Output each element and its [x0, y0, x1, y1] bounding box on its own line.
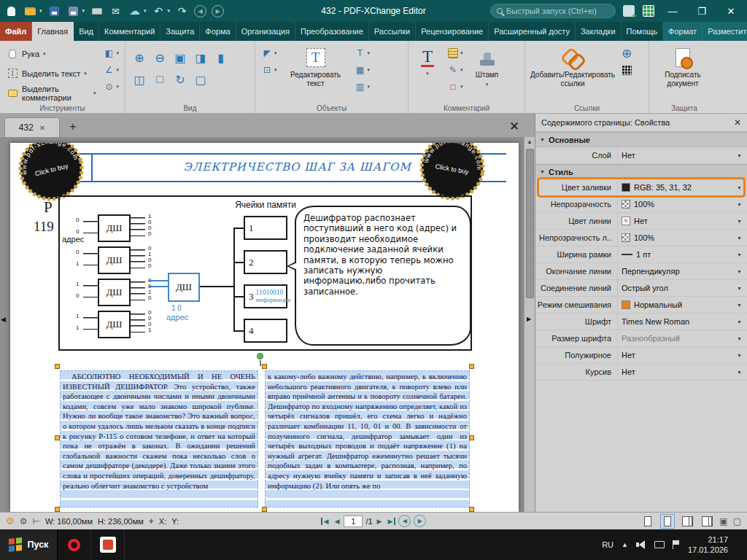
- redo-icon[interactable]: ↷: [175, 4, 189, 18]
- spreadsheet-icon[interactable]: [641, 4, 655, 18]
- save-all-icon[interactable]: [66, 4, 80, 18]
- zoom-area-icon[interactable]: ▣: [171, 47, 190, 68]
- tab-home[interactable]: Главная: [32, 22, 74, 41]
- zoom-in-icon[interactable]: ⊕: [130, 47, 149, 68]
- rotate-view-icon[interactable]: ↻: [171, 69, 190, 90]
- selection-handle[interactable]: [469, 435, 474, 440]
- tab-review[interactable]: Рецензирование: [416, 22, 489, 41]
- highlight-button[interactable]: ✎▾: [446, 63, 465, 77]
- display-icon[interactable]: [654, 541, 665, 548]
- tab-form[interactable]: Форма: [200, 22, 236, 41]
- layer-dropdown[interactable]: Нет ▼: [617, 147, 747, 163]
- line-color-dropdown[interactable]: ✕ Нет ▼: [617, 213, 747, 229]
- line-cap-dropdown[interactable]: Перпендикуляр ▼: [617, 263, 747, 279]
- shape-button[interactable]: □▾: [446, 79, 465, 94]
- open-folder-icon[interactable]: [23, 4, 37, 18]
- options-gear-icon[interactable]: ⚙: [20, 516, 28, 526]
- previous-view-button[interactable]: ◀: [398, 515, 411, 527]
- blend-mode-dropdown[interactable]: Нормальный ▼: [617, 297, 747, 313]
- tray-expand-icon[interactable]: ▲: [622, 541, 628, 548]
- selected-text-column-left[interactable]: АБСОЛЮТНО НЕОБХОДИМЫЙ И НЕ ОЧЕНЬ ИЗВЕСТН…: [60, 370, 258, 508]
- next-view-button[interactable]: ▶: [414, 515, 426, 527]
- barcode-link-button[interactable]: [619, 63, 634, 77]
- tab-bookmarks[interactable]: Закладки: [576, 22, 622, 41]
- selection-handle[interactable]: [469, 507, 474, 512]
- language-indicator[interactable]: RU: [602, 540, 614, 549]
- add-barcode-button[interactable]: ▥▾: [353, 79, 372, 94]
- bold-dropdown[interactable]: Нет ▼: [617, 347, 747, 363]
- typewriter-button[interactable]: T ▾: [413, 44, 442, 102]
- tab-arrange[interactable]: Разместить: [703, 22, 747, 41]
- sign-document-button[interactable]: Подписать документ: [654, 44, 712, 102]
- page-thumbnail-icon[interactable]: ◨: [191, 47, 210, 68]
- full-screen-mode-icon[interactable]: ▢: [733, 516, 741, 526]
- start-button[interactable]: Пуск: [0, 529, 58, 560]
- document-tab[interactable]: 432 ✕: [4, 117, 60, 137]
- chevron-down-icon[interactable]: ▾: [144, 8, 147, 14]
- select-text-button[interactable]: I Выделить текст ▾: [4, 64, 98, 82]
- chevron-down-icon[interactable]: ▾: [168, 8, 171, 14]
- minimize-button[interactable]: —: [661, 0, 684, 22]
- tab-file[interactable]: Файл: [0, 22, 32, 41]
- tab-comment[interactable]: Комментарий: [99, 22, 160, 41]
- vertical-scrollbar[interactable]: ▲ ▶: [524, 137, 535, 512]
- section-general[interactable]: ▼ Основные: [535, 132, 747, 147]
- collapse-left-pane-icon[interactable]: ◀: [1, 316, 6, 323]
- fill-color-dropdown[interactable]: RGB: 35, 31, 32 ▼: [617, 179, 747, 195]
- opacity-dropdown[interactable]: 100% ▼: [617, 196, 747, 212]
- close-panel-icon[interactable]: ✕: [734, 117, 741, 128]
- taskbar-clock[interactable]: 21:17 17.01.2026: [688, 534, 728, 556]
- close-document-button[interactable]: ✕: [506, 117, 523, 135]
- fit-page-icon[interactable]: □: [150, 69, 169, 90]
- section-style[interactable]: ▼ Стиль: [535, 164, 747, 179]
- tab-protect[interactable]: Защита: [160, 22, 200, 41]
- collapse-right-pane-icon[interactable]: ▶: [527, 316, 531, 322]
- select-comments-button[interactable]: Выделить комментарии ▾: [4, 84, 98, 102]
- italic-dropdown[interactable]: Нет ▼: [617, 364, 747, 380]
- add-image-button[interactable]: ▦▾: [353, 63, 372, 77]
- selection-handle[interactable]: [262, 507, 267, 512]
- border-width-dropdown[interactable]: 1 пт ▼: [617, 246, 747, 262]
- taskbar-app-pdf-xchange[interactable]: [91, 529, 125, 560]
- rotate-handle[interactable]: [257, 353, 263, 359]
- chevron-down-icon[interactable]: ▾: [82, 8, 85, 14]
- measure-button[interactable]: ∠▾: [101, 63, 120, 77]
- tab-mailings[interactable]: Рассылки: [369, 22, 416, 41]
- select-object-button[interactable]: ◤▾: [260, 46, 279, 61]
- font-size-dropdown[interactable]: Разнообразный ▼: [617, 330, 747, 346]
- volume-icon[interactable]: [636, 540, 646, 549]
- settings-gear-icon[interactable]: ⚙: [6, 516, 15, 526]
- snapshot-button[interactable]: ◧▾: [101, 46, 120, 61]
- app-hand-icon[interactable]: [4, 4, 18, 18]
- add-text-button[interactable]: T▾: [353, 46, 372, 61]
- edit-text-button[interactable]: T Редактировать текст: [282, 44, 349, 102]
- fit-width-icon[interactable]: ◫: [130, 69, 149, 90]
- selection-handle[interactable]: [55, 364, 60, 369]
- close-tab-icon[interactable]: ✕: [39, 124, 45, 132]
- tab-format[interactable]: Формат: [663, 22, 703, 41]
- bookmark-view-icon[interactable]: ▮: [212, 47, 231, 68]
- loupe-button[interactable]: ⊙▾: [101, 79, 120, 94]
- last-page-button[interactable]: ▶: [387, 518, 396, 525]
- save-icon[interactable]: [47, 4, 61, 18]
- continuous-layout-button[interactable]: [660, 514, 675, 529]
- tab-help[interactable]: Помощь: [622, 22, 664, 41]
- full-screen-icon[interactable]: ▢: [191, 69, 210, 90]
- selected-text-column-right[interactable]: к какому-либо важному действию, например…: [265, 370, 470, 508]
- line-join-dropdown[interactable]: Острый угол ▼: [617, 280, 747, 296]
- search-input[interactable]: [506, 7, 609, 15]
- maximize-button[interactable]: ❐: [690, 0, 713, 22]
- previous-page-button[interactable]: ◀: [333, 518, 341, 525]
- fit-visible-icon[interactable]: ▣: [719, 516, 727, 526]
- tab-advanced-access[interactable]: Расширенный досту: [489, 22, 576, 41]
- undo-icon[interactable]: ↶: [152, 4, 166, 18]
- tab-organize[interactable]: Организация: [236, 22, 295, 41]
- stamp-button[interactable]: Штамп ▾: [468, 44, 506, 102]
- new-tab-button[interactable]: +: [66, 120, 80, 134]
- sticky-note-button[interactable]: ▾: [446, 46, 465, 61]
- close-button[interactable]: ✕: [719, 0, 743, 22]
- taskbar-app-opera[interactable]: [58, 529, 91, 560]
- selection-handle[interactable]: [55, 507, 60, 512]
- single-page-layout-button[interactable]: [640, 514, 655, 529]
- add-edit-links-button[interactable]: Добавить/Редактировать ссылки: [530, 44, 616, 102]
